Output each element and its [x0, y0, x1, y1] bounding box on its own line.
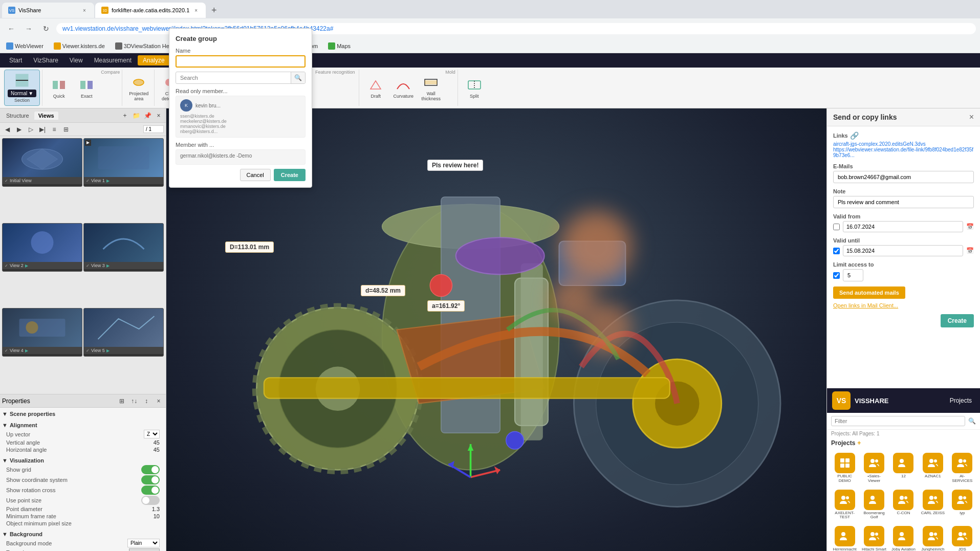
props-btn-1[interactable]: ⊞	[117, 396, 127, 406]
vs-project-public-demo[interactable]: PUBLIC DEMO	[831, 451, 858, 486]
prop-alignment-title: Alignment	[10, 422, 37, 428]
prop-top-color-swatch[interactable]	[129, 548, 160, 551]
vs-project-joby[interactable]: Joby Aviation	[890, 524, 917, 551]
new-tab-button[interactable]: +	[207, 3, 221, 17]
view-item-5[interactable]: ✓ View 5 ▶	[83, 308, 164, 357]
vs-project-axelent-test[interactable]: AXELENT-TEST	[831, 488, 858, 522]
views-folder-btn[interactable]: 📁	[131, 111, 141, 121]
vs-filter-input[interactable]	[831, 416, 965, 426]
toggle-show-grid[interactable]	[141, 465, 160, 474]
tool-exact[interactable]: Exact	[73, 70, 100, 106]
prop-bg-mode-select[interactable]: PlainGradient	[127, 539, 160, 547]
view-item-2[interactable]: ✓ View 2 ▶	[2, 223, 82, 272]
cg-create-btn[interactable]: Create	[274, 169, 306, 181]
prop-viz-header[interactable]: ▼ Visualization	[2, 456, 164, 465]
toggle-use-point-size[interactable]	[141, 496, 160, 505]
tab-views[interactable]: Views	[34, 112, 58, 120]
tool-split[interactable]: Split	[461, 70, 488, 106]
cg-cancel-btn[interactable]: Cancel	[240, 169, 271, 181]
tool-wall-thickness[interactable]: Wallthickness	[418, 70, 444, 106]
views-list-btn[interactable]: ≡	[49, 124, 59, 135]
vs-add-project-btn[interactable]: +	[857, 439, 861, 447]
nav-refresh-button[interactable]: ↻	[39, 21, 53, 36]
vs-project-12[interactable]: 12	[890, 451, 917, 486]
limit-access-input[interactable]	[843, 269, 863, 281]
bookmark-webviewer[interactable]: WebViewer	[4, 41, 46, 51]
bookmark-viewer-kisters[interactable]: Viewer.kisters.de	[52, 41, 107, 51]
vs-project-sales-viewer[interactable]: •Sales-Viewer	[860, 451, 887, 486]
prop-scene-header[interactable]: ▼ Scene properties	[2, 410, 164, 418]
right-panel-close-btn[interactable]: ×	[969, 113, 974, 122]
tool-quick[interactable]: Quick	[46, 70, 72, 106]
vs-project-jds[interactable]: JDS	[949, 524, 976, 551]
prop-up-vector-select[interactable]: ZYX	[144, 430, 160, 438]
send-automated-mails-btn[interactable]: Send automated mails	[833, 286, 905, 299]
views-add-btn[interactable]: +	[120, 111, 130, 121]
tab-structure[interactable]: Structure	[2, 112, 33, 120]
tab-forklifter[interactable]: 3D forklifter-axle.catia.edits.2020.1 ×	[95, 3, 206, 18]
props-btn-2[interactable]: ↑↓	[129, 396, 139, 406]
valid-from-calendar-icon[interactable]: 📅	[966, 223, 974, 230]
valid-from-date-input[interactable]	[843, 221, 963, 232]
tab-close-visshare[interactable]: ×	[81, 7, 88, 14]
menu-measurement[interactable]: Measurement	[89, 55, 137, 65]
vs-project-ai-services[interactable]: AI-SERVICES	[949, 451, 976, 486]
nav-back-button[interactable]: ←	[4, 21, 18, 36]
vs-tab-projects[interactable]: Projects	[947, 397, 975, 404]
compare-group-label: Compare	[101, 70, 120, 106]
views-close-btn[interactable]: ×	[154, 111, 164, 121]
tab-visshare[interactable]: VS VisShare ×	[2, 3, 94, 18]
toggle-show-rotation[interactable]	[141, 486, 160, 495]
create-link-btn[interactable]: Create	[941, 314, 974, 327]
valid-until-calendar-icon[interactable]: 📅	[966, 247, 974, 254]
valid-until-checkbox[interactable]	[833, 248, 840, 254]
prop-up-vector-label: Up vector	[6, 431, 144, 437]
views-grid-btn[interactable]: ⊞	[61, 124, 71, 135]
vs-project-label-14: JDS	[959, 547, 966, 551]
view-item-1[interactable]: ✓ View 1 ▶	[83, 138, 164, 187]
views-play-btn[interactable]: ▶	[14, 124, 24, 135]
limit-access-checkbox[interactable]	[833, 272, 840, 279]
view-item-initial[interactable]: ✓ Initial View	[2, 138, 82, 187]
prop-bg-header[interactable]: ▼ Background	[2, 530, 164, 538]
vs-project-jungheinrich[interactable]: Jungheinrich	[919, 524, 946, 551]
props-header: Properties ⊞ ↑↓ ↕ ×	[0, 394, 166, 408]
bookmark-maps[interactable]: Maps	[326, 41, 353, 51]
section-dropdown[interactable]: Normal ▼	[8, 90, 36, 97]
vs-project-hitachi[interactable]: Hitachi Smart	[860, 524, 887, 551]
vs-project-herrenmacht[interactable]: Herrenmacht	[831, 524, 858, 551]
views-page-input[interactable]	[143, 125, 164, 133]
nav-forward-button[interactable]: →	[21, 21, 36, 36]
views-end-btn[interactable]: ▶|	[37, 124, 48, 135]
view-item-3[interactable]: ✓ View 3 ▶	[83, 223, 164, 272]
tool-curvature[interactable]: Curvature	[390, 70, 417, 106]
valid-until-date-input[interactable]	[843, 245, 963, 256]
views-pin-btn[interactable]: 📌	[142, 111, 153, 121]
menu-start[interactable]: Start	[4, 55, 27, 65]
views-back-btn[interactable]: ◀	[2, 124, 12, 135]
tool-normal-section[interactable]: Normal ▼ Section	[4, 70, 40, 106]
email-input[interactable]	[833, 171, 974, 183]
view-item-4[interactable]: ✓ View 4 ▶	[2, 308, 82, 357]
prop-bg-collapse-icon: ▼	[2, 531, 8, 537]
views-play2-btn[interactable]: ▷	[26, 124, 36, 135]
vs-search-icon[interactable]: 🔍	[968, 417, 976, 425]
vs-project-c-con[interactable]: C-CON	[890, 488, 917, 522]
vs-project-carl-zeiss[interactable]: CARL ZEISS	[919, 488, 946, 522]
note-input[interactable]	[833, 196, 974, 208]
prop-alignment-header[interactable]: ▼ Alignment	[2, 421, 164, 429]
props-close-btn[interactable]: ×	[154, 396, 164, 406]
menu-view[interactable]: View	[64, 55, 88, 65]
menu-analyze[interactable]: Analyze	[138, 55, 170, 65]
tool-projected-area[interactable]: Projectedarea	[125, 70, 152, 106]
open-mail-client-link[interactable]: Open links in Mail Client...	[833, 302, 898, 308]
valid-from-checkbox[interactable]	[833, 224, 840, 230]
props-btn-3[interactable]: ↕	[141, 396, 151, 406]
toggle-show-coord[interactable]	[141, 475, 160, 484]
menu-visshare[interactable]: VizShare	[28, 55, 63, 65]
vs-project-aznac1[interactable]: AZNAC1	[919, 451, 946, 486]
vs-project-boomerang[interactable]: Boomerang Golf	[860, 488, 887, 522]
tool-draft[interactable]: Draft	[362, 70, 389, 106]
tab-close-forklifter[interactable]: ×	[192, 7, 200, 14]
vs-project-iyp[interactable]: iyp	[949, 488, 976, 522]
